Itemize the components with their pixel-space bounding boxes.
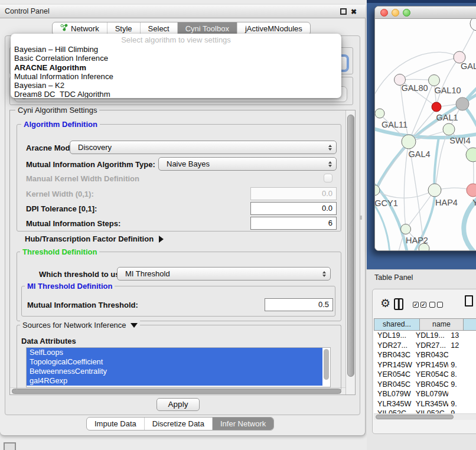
control-panel-titlebar[interactable] [0, 5, 366, 18]
network-window-titlebar[interactable] [375, 6, 476, 19]
tab-label: Style [115, 22, 132, 35]
scrollbar-thumb[interactable] [376, 415, 454, 419]
table-cell: YDL19... [412, 331, 449, 341]
algorithm-option-mutual-information-inference[interactable]: Mutual Information Inference [11, 72, 341, 81]
mi-threshold-input[interactable]: 0.5 [265, 298, 333, 311]
algorithm-option-basic-correlation-inference[interactable]: Basic Correlation Inference [11, 54, 341, 63]
table-row[interactable]: YBR045CYBR045C9. [374, 380, 476, 390]
mi-algorithm-type-select[interactable]: Naive Bayes [158, 157, 337, 171]
network-node[interactable] [443, 123, 455, 135]
tab-discretize-data[interactable]: Discretize Data [144, 418, 212, 430]
table-row[interactable]: YBL079WYBL079W [374, 389, 476, 399]
column-header-name[interactable]: name [420, 318, 464, 331]
node-label-hap2: HAP2 [406, 236, 428, 245]
float-window-icon[interactable] [340, 8, 347, 15]
node-label-gal: GAL [461, 61, 476, 71]
table-cell: YER054C [374, 370, 412, 380]
settings-vertical-scrollbar[interactable] [345, 110, 355, 394]
tab-impute-data[interactable]: Impute Data [87, 418, 144, 430]
table-cell [448, 350, 476, 360]
table-cell: YPR145W [412, 360, 449, 370]
network-node[interactable] [466, 148, 476, 162]
table-cell: YDR27... [412, 341, 449, 351]
table-row[interactable]: YLR345WYLR345W9. [374, 399, 476, 409]
table-cell: YIL052C [412, 409, 449, 413]
minimize-traffic-light-icon[interactable] [392, 9, 399, 17]
attribute-item-betweennesscentrality[interactable]: BetweennessCentrality [27, 367, 322, 376]
tab-jactivemnodules[interactable]: jActiveMNodules [237, 22, 310, 35]
algorithm-option-bayesian-hill-climbing[interactable]: Bayesian – Hill Climbing [11, 45, 341, 54]
dpi-tolerance-input[interactable]: 0.0 [250, 202, 337, 215]
columns-icon[interactable] [394, 298, 403, 310]
algorithm-option-dream8-dc-tdc-algorithm[interactable]: Dream8 DC_TDC Algorithm [11, 90, 341, 98]
network-node[interactable] [375, 109, 384, 118]
close-traffic-light-icon[interactable] [380, 9, 388, 17]
attribute-item-selfloops[interactable]: SelfLoops [27, 348, 322, 357]
table-panel-title: Table Panel [374, 273, 413, 282]
table-row[interactable]: YDR27...YDR27...12 [374, 341, 476, 351]
close-icon[interactable]: ✖ [351, 6, 357, 18]
table-cell: YBL079W [412, 389, 449, 399]
table-row[interactable]: YER054CYER054C8. [374, 370, 476, 380]
column-header-shared[interactable]: shared... [374, 318, 420, 331]
network-node[interactable] [432, 102, 441, 112]
threshold-definition-title: Threshold Definition [20, 247, 99, 256]
scrollbar-thumb[interactable] [347, 115, 354, 377]
attribute-item-topologicalcoefficient[interactable]: TopologicalCoefficient [27, 357, 322, 367]
algorithm-option-bayesian-k2[interactable]: Bayesian – K2 [11, 81, 341, 90]
table-row[interactable]: YDL19...YDL19...13 [374, 331, 476, 341]
stepper-icon [328, 145, 332, 151]
deselect-all-icon[interactable] [429, 302, 443, 308]
network-canvas[interactable]: GALGAL80GAL10GAL1GAL11SWI4GAL4GCY1HAP4YH… [375, 19, 476, 250]
desktop-top-strip [367, 0, 476, 3]
tab-style[interactable]: Style [107, 22, 140, 35]
tab-label: jActiveMNodules [245, 22, 302, 35]
mi-steps-label: Mutual Information Steps: [26, 217, 120, 230]
node-label-y: Y [472, 198, 476, 207]
tab-network[interactable]: Network [53, 22, 107, 35]
kernel-width-input[interactable]: 0.0 [250, 187, 337, 200]
select-all-icon[interactable]: ✓✓ [413, 302, 426, 308]
network-node[interactable] [402, 135, 416, 149]
table-cell: YBL079W [374, 389, 412, 399]
node-label-hap4: HAP4 [435, 198, 458, 207]
network-graph: GALGAL80GAL10GAL1GAL11SWI4GAL4GCY1HAP4YH… [375, 19, 476, 250]
table-cell: YDR27... [374, 341, 412, 351]
table-cell: 9. [448, 380, 476, 390]
network-node[interactable] [401, 224, 411, 234]
network-node[interactable] [467, 184, 476, 197]
network-node[interactable] [470, 19, 476, 31]
network-node[interactable] [428, 184, 441, 197]
which-threshold-select[interactable]: MI Threshold [117, 267, 331, 281]
minimized-panel-icon[interactable] [4, 442, 16, 450]
document-icon[interactable] [465, 295, 473, 306]
table-row[interactable]: YIL052CYIL052C9. [374, 409, 476, 413]
tab-cyni-toolbox[interactable]: Cyni Toolbox [177, 22, 237, 35]
manual-kernel-checkbox[interactable] [324, 174, 332, 182]
attribute-item-gal4rgexp[interactable]: gal4RGexp [27, 376, 322, 386]
network-node[interactable] [456, 97, 469, 110]
table-cell: 9. [448, 409, 476, 413]
hub-definition-expander[interactable]: Hub/Transcription Factor Definition [25, 234, 164, 243]
table-row[interactable]: YPR145WYPR145W9. [374, 360, 476, 370]
tab-infer-network[interactable]: Infer Network [212, 418, 273, 430]
table-row[interactable]: YBR043CYBR043C [374, 350, 476, 360]
column-header-a[interactable]: A [464, 318, 476, 331]
zoom-traffic-light-icon[interactable] [403, 9, 410, 17]
aracne-mode-select[interactable]: Discovery [70, 141, 337, 154]
mi-steps-input[interactable]: 6 [250, 217, 337, 230]
data-attributes-list[interactable]: SelfLoopsTopologicalCoefficientBetweenne… [26, 347, 331, 387]
sources-title: Sources for Network Inference [22, 321, 126, 330]
table-cell: YIL052C [374, 409, 412, 413]
network-node[interactable] [429, 75, 440, 86]
node-label-gal11: GAL11 [382, 120, 407, 129]
algorithm-option-aracne-algorithm[interactable]: ARACNE Algorithm [11, 63, 341, 72]
apply-button[interactable]: Apply [157, 398, 200, 411]
gear-icon[interactable]: ⚙ [380, 297, 390, 310]
algorithm-definition-title: Algorithm Definition [21, 120, 100, 129]
tab-select[interactable]: Select [140, 22, 177, 35]
settings-group-title: Cyni Algorithm Settings [15, 106, 99, 115]
sources-group-header[interactable]: Sources for Network Inference [20, 321, 140, 330]
list-scrollbar-thumb[interactable] [324, 349, 329, 380]
data-attributes-label: Data Attributes [21, 337, 76, 345]
